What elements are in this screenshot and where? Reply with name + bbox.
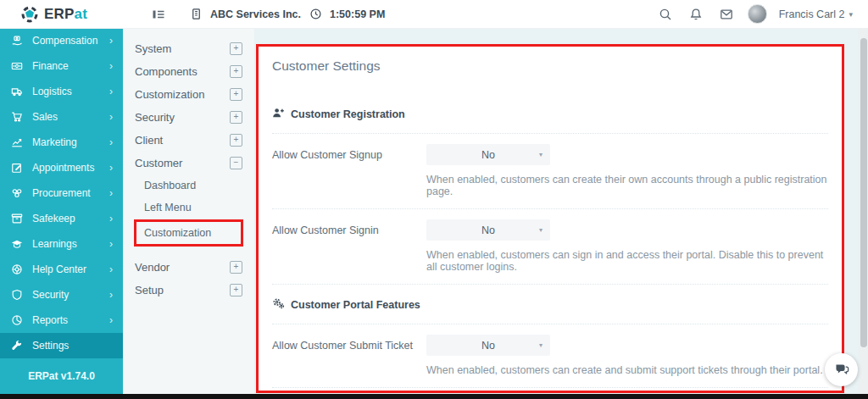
setting-help-text: When enabled, customers can create and s… bbox=[426, 364, 828, 376]
marketing-chart-icon bbox=[11, 136, 32, 148]
expand-plus-icon[interactable]: + bbox=[230, 65, 242, 78]
submenu-item-client[interactable]: Client + bbox=[123, 129, 254, 152]
app-logo[interactable]: ERPat bbox=[0, 5, 122, 24]
allow-customer-submit-ticket-select[interactable]: No ▾ bbox=[426, 335, 550, 356]
expand-plus-icon[interactable]: + bbox=[230, 261, 242, 274]
user-menu[interactable]: Francis Carl 2 ▾ bbox=[779, 8, 853, 20]
primary-sidebar: Compensation › Finance › Logistics › Sal… bbox=[0, 28, 123, 394]
sidebar-item-security[interactable]: Security › bbox=[0, 282, 123, 308]
chevron-right-icon: › bbox=[109, 213, 113, 224]
submenu-item-security[interactable]: Security + bbox=[123, 106, 254, 129]
submenu-item-vendor[interactable]: Vendor + bbox=[123, 256, 254, 279]
sidebar-item-finance[interactable]: Finance › bbox=[0, 53, 123, 79]
user-avatar[interactable] bbox=[748, 4, 767, 24]
submenu-item-system[interactable]: System + bbox=[123, 37, 254, 60]
submenu-item-customization[interactable]: Customization + bbox=[123, 83, 254, 106]
section-header-customer-portal-features: Customer Portal Features bbox=[272, 285, 828, 324]
app-version: ERPat v1.74.0 bbox=[0, 358, 123, 394]
select-caret-icon: ▾ bbox=[539, 226, 542, 234]
expand-plus-icon[interactable]: + bbox=[230, 284, 242, 296]
building-icon bbox=[186, 5, 205, 24]
setting-help-text: When enabled, customers can create their… bbox=[426, 174, 828, 197]
chevron-down-icon: ▾ bbox=[849, 10, 853, 19]
chevron-right-icon: › bbox=[109, 36, 113, 46]
chevron-right-icon: › bbox=[109, 61, 113, 71]
sidebar-item-appointments[interactable]: Appointments › bbox=[0, 155, 123, 180]
sidebar-item-help-center[interactable]: Help Center › bbox=[0, 257, 123, 282]
scrollbar-thumb[interactable] bbox=[860, 38, 867, 347]
messages-envelope-icon[interactable] bbox=[717, 5, 736, 24]
customer-settings-panel: Customer Settings Customer Registration … bbox=[256, 44, 844, 393]
sidebar-item-learnings[interactable]: Learnings › bbox=[0, 231, 123, 257]
setting-row-allow-customer-submit-ticket: Allow Customer Submit Ticket No ▾ When e… bbox=[272, 324, 828, 387]
settings-wrench-icon bbox=[11, 340, 32, 352]
gears-icon bbox=[272, 297, 285, 313]
section-header-customer-registration: Customer Registration bbox=[272, 94, 828, 133]
expand-plus-icon[interactable]: + bbox=[230, 111, 242, 124]
search-icon[interactable] bbox=[656, 5, 675, 24]
main-content-area: Customer Settings Customer Registration … bbox=[254, 28, 868, 394]
setting-help-text: When enabled, customers can sign in and … bbox=[426, 249, 828, 273]
annotation-box-customization: Customization bbox=[134, 219, 243, 247]
allow-customer-signup-select[interactable]: No ▾ bbox=[426, 144, 550, 165]
allow-customer-signin-select[interactable]: No ▾ bbox=[426, 219, 550, 241]
chevron-right-icon: › bbox=[109, 315, 113, 325]
setting-row-allow-customer-signup: Allow Customer Signup No ▾ When enabled,… bbox=[272, 134, 828, 208]
submenu-child-left-menu[interactable]: Left Menu bbox=[123, 197, 254, 219]
expand-plus-icon[interactable]: + bbox=[230, 42, 242, 55]
learnings-graduation-icon bbox=[11, 238, 32, 250]
reports-pie-icon bbox=[11, 314, 32, 326]
expand-plus-icon[interactable]: + bbox=[230, 134, 242, 147]
chevron-right-icon: › bbox=[109, 264, 113, 274]
vertical-scrollbar[interactable] bbox=[859, 28, 868, 394]
notifications-bell-icon[interactable] bbox=[687, 5, 705, 24]
sidebar-item-procurement[interactable]: Procurement › bbox=[0, 180, 123, 206]
sidebar-item-settings[interactable]: Settings bbox=[0, 333, 123, 358]
chevron-right-icon: › bbox=[109, 290, 113, 300]
company-block: ABC Services Inc. 1:50:59 PM bbox=[186, 5, 385, 24]
logo-mark-icon bbox=[20, 5, 39, 24]
submenu-child-dashboard[interactable]: Dashboard bbox=[123, 175, 254, 197]
help-center-lifering-icon bbox=[11, 263, 32, 275]
sidebar-item-marketing[interactable]: Marketing › bbox=[0, 130, 123, 155]
setting-label: Allow Customer Submit Ticket bbox=[272, 335, 426, 387]
setting-row-allow-customer-signin: Allow Customer Signin No ▾ When enabled,… bbox=[272, 209, 828, 284]
chat-bubbles-icon bbox=[834, 361, 849, 380]
setting-label: Allow Customer Signin bbox=[272, 219, 426, 284]
current-time: 1:50:59 PM bbox=[330, 8, 385, 20]
sidebar-toggle-icon[interactable] bbox=[149, 5, 168, 24]
collapse-minus-icon[interactable]: − bbox=[230, 157, 242, 169]
sidebar-item-compensation[interactable]: Compensation › bbox=[0, 28, 123, 53]
logo-text: ERPat bbox=[44, 6, 87, 23]
clock-icon bbox=[306, 5, 325, 24]
sales-cart-icon bbox=[11, 111, 32, 123]
appointments-edit-icon bbox=[11, 162, 32, 174]
submenu-item-customer[interactable]: Customer − bbox=[123, 152, 254, 175]
chevron-right-icon: › bbox=[109, 163, 113, 173]
chevron-right-icon: › bbox=[109, 112, 113, 122]
expand-plus-icon[interactable]: + bbox=[230, 88, 242, 101]
submenu-child-customization[interactable]: Customization bbox=[136, 222, 241, 244]
settings-submenu: System + Components + Customization + Se… bbox=[123, 28, 254, 394]
page-title: Customer Settings bbox=[272, 47, 828, 94]
window-bottom-edge bbox=[0, 394, 868, 399]
chevron-right-icon: › bbox=[109, 86, 113, 97]
chevron-right-icon: › bbox=[109, 137, 113, 147]
sidebar-item-reports[interactable]: Reports › bbox=[0, 308, 123, 333]
select-caret-icon: ▾ bbox=[539, 341, 542, 349]
user-plus-icon bbox=[272, 107, 285, 122]
sidebar-item-safekeep[interactable]: Safekeep › bbox=[0, 206, 123, 231]
sidebar-item-logistics[interactable]: Logistics › bbox=[0, 79, 123, 104]
security-shield-icon bbox=[11, 289, 32, 301]
safekeep-box-icon bbox=[11, 213, 32, 224]
chat-fab-button[interactable] bbox=[825, 353, 858, 386]
submenu-item-components[interactable]: Components + bbox=[123, 60, 254, 83]
finance-icon bbox=[11, 60, 32, 72]
sidebar-item-sales[interactable]: Sales › bbox=[0, 104, 123, 130]
submenu-item-setup[interactable]: Setup + bbox=[123, 279, 254, 302]
company-name: ABC Services Inc. bbox=[210, 8, 301, 20]
chevron-right-icon: › bbox=[109, 188, 113, 198]
user-name: Francis Carl 2 bbox=[779, 8, 845, 20]
compensation-icon bbox=[11, 35, 32, 47]
setting-label: Allow Customer Signup bbox=[272, 144, 426, 208]
